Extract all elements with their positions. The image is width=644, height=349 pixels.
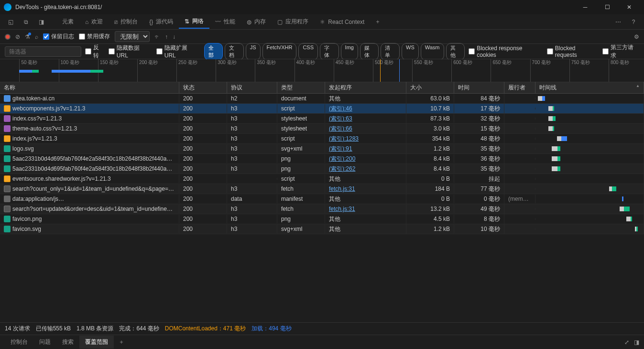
- clear-button[interactable]: ⊘: [15, 33, 20, 40]
- col-timeline[interactable]: 时间线: [535, 82, 644, 94]
- drawer-tab-0[interactable]: 控制台: [5, 336, 33, 349]
- drawer-tab-1[interactable]: 问题: [33, 336, 56, 349]
- timeline-overview[interactable]: 50 毫秒100 毫秒150 毫秒200 毫秒250 毫秒300 毫秒350 毫…: [0, 59, 644, 82]
- initiator-link[interactable]: fetch.js:31: [329, 206, 355, 212]
- more-icon[interactable]: ⋯: [612, 16, 624, 28]
- request-row[interactable]: gitea.token-ai.cn200h2document其他63.0 kB8…: [0, 94, 644, 104]
- tab-7[interactable]: ▢应用程序: [272, 15, 314, 29]
- col-status[interactable]: 状态: [179, 82, 227, 94]
- tab-1[interactable]: ⌂欢迎: [79, 15, 109, 29]
- type-pill-清单[interactable]: 清单: [381, 43, 400, 60]
- request-row[interactable]: logo.svg200h3svg+xml(索引):911.2 kB35 毫秒: [0, 144, 644, 154]
- request-row[interactable]: webcomponents.js?v=1.21.3200h3script(索引)…: [0, 104, 644, 114]
- disable-cache-checkbox[interactable]: 禁用缓存: [79, 33, 110, 41]
- third-party-checkbox[interactable]: 第三方请求: [602, 44, 639, 60]
- col-time[interactable]: 时间: [454, 82, 504, 94]
- search-icon[interactable]: ⌕: [35, 33, 38, 40]
- initiator-link[interactable]: (索引):91: [329, 145, 352, 152]
- request-row[interactable]: search?sort=updated&order=desc&uid=1&tea…: [0, 204, 644, 214]
- help-icon[interactable]: ?: [628, 16, 639, 28]
- download-icon[interactable]: ↓: [173, 33, 175, 40]
- type-pill-文档[interactable]: 文档: [225, 43, 244, 60]
- device-icon[interactable]: ⧉: [20, 16, 32, 28]
- dock-icon[interactable]: ◨: [35, 16, 47, 28]
- minimize-button[interactable]: ─: [574, 0, 596, 14]
- request-row[interactable]: 5aac2331b0d4d695fab760f4e2a584f30c18b264…: [0, 154, 644, 164]
- sb-resources: 1.8 MB 条资源: [76, 325, 113, 333]
- sb-dcl: DOMContentLoaded：471 毫秒: [165, 325, 246, 333]
- record-button[interactable]: [5, 34, 11, 40]
- drawer-tab-2[interactable]: 搜索: [56, 336, 79, 349]
- type-pill-媒体[interactable]: 媒体: [360, 43, 379, 60]
- type-pill-全部[interactable]: 全部: [204, 43, 223, 60]
- col-type[interactable]: 类型: [277, 82, 325, 94]
- type-pill-WS[interactable]: WS: [402, 43, 419, 60]
- tab-0[interactable]: 元素: [54, 15, 79, 29]
- col-size[interactable]: 大小: [406, 82, 454, 94]
- request-row[interactable]: theme-auto.css?v=1.21.3200h3stylesheet(索…: [0, 124, 644, 134]
- add-tab-button[interactable]: ＋: [372, 16, 383, 28]
- tab-icon: ⚛: [320, 19, 325, 25]
- hide-ext-url-checkbox[interactable]: 隐藏扩展 URL: [156, 44, 200, 59]
- initiator-link[interactable]: fetch.js:31: [329, 185, 355, 192]
- preserve-log-checkbox[interactable]: 保留日志: [43, 33, 74, 41]
- request-row[interactable]: search?count_only=1&uid=1&team_id=undefi…: [0, 184, 644, 194]
- throttle-select[interactable]: 无限制: [115, 31, 150, 42]
- drawer-expand-icon[interactable]: ⤢: [624, 339, 629, 346]
- request-row[interactable]: 5aac2331b0d4d695fab760f4e2a584f30c18b264…: [0, 164, 644, 174]
- edge-icon: [4, 3, 11, 11]
- col-initiator[interactable]: 发起程序: [325, 82, 406, 94]
- tab-8[interactable]: ⚛React Context: [314, 15, 370, 29]
- request-row[interactable]: data:application/js…200datamanifest其他0 B…: [0, 194, 644, 204]
- col-protocol[interactable]: 协议: [227, 82, 277, 94]
- request-row[interactable]: favicon.svg200h3svg+xml其他1.2 kB10 毫秒: [0, 224, 644, 234]
- request-row[interactable]: index.css?v=1.21.3200h3stylesheet(索引):63…: [0, 114, 644, 124]
- invert-checkbox[interactable]: 反转: [85, 44, 105, 60]
- sb-load: 加载：494 毫秒: [251, 325, 291, 333]
- col-name[interactable]: 名称: [0, 82, 179, 94]
- type-pill-CSS[interactable]: CSS: [298, 43, 318, 60]
- window-title: DevTools - gitea.token-ai.cn:8081/: [15, 4, 102, 11]
- type-pill-JS[interactable]: JS: [246, 43, 261, 60]
- tab-icon: ⎚: [114, 19, 118, 25]
- initiator-link[interactable]: (索引):200: [329, 155, 355, 162]
- type-pill-字体[interactable]: 字体: [320, 43, 339, 60]
- blocked-requests-checkbox[interactable]: Blocked requests: [547, 45, 599, 58]
- col-fulfilled[interactable]: 履行者: [504, 82, 535, 94]
- type-pill-Img[interactable]: Img: [341, 43, 358, 60]
- hide-data-url-checkbox[interactable]: 隐藏数据 URL: [109, 44, 153, 59]
- wifi-icon[interactable]: ᯤ: [154, 33, 160, 40]
- request-row[interactable]: eventsource.sharedworker.js?v=1.21.3200s…: [0, 174, 644, 184]
- initiator-link[interactable]: (索引):63: [329, 115, 352, 122]
- tab-icon: ⌂: [85, 19, 88, 25]
- tab-icon: {}: [149, 19, 153, 25]
- type-pill-其他[interactable]: 其他: [446, 43, 465, 60]
- close-button[interactable]: ✕: [618, 0, 640, 14]
- tab-6[interactable]: ◍内存: [241, 15, 272, 29]
- tab-3[interactable]: {}源代码: [143, 15, 179, 29]
- tab-5[interactable]: 〰性能: [209, 15, 241, 29]
- type-pill-Wasm[interactable]: Wasm: [421, 43, 444, 60]
- filter-toggle-icon[interactable]: ⚗: [25, 33, 30, 40]
- initiator-link[interactable]: (索引):262: [329, 165, 355, 172]
- initiator-link[interactable]: (索引):66: [329, 125, 352, 132]
- request-row[interactable]: index.js?v=1.21.3200h3script(索引):1283354…: [0, 134, 644, 144]
- tab-2[interactable]: ⎚控制台: [109, 15, 143, 29]
- initiator-link[interactable]: (索引):46: [329, 105, 352, 112]
- settings-icon[interactable]: ⚙: [634, 33, 639, 40]
- filter-input[interactable]: [5, 46, 81, 57]
- blocked-cookies-checkbox[interactable]: Blocked response cookies: [469, 45, 543, 58]
- maximize-button[interactable]: ☐: [596, 0, 618, 14]
- grid-header: 名称 状态 协议 类型 发起程序 大小 时间 履行者 时间线: [0, 82, 644, 94]
- file-icon: [4, 135, 11, 142]
- drawer-add-icon[interactable]: ＋: [116, 337, 127, 348]
- tab-4[interactable]: ⇅网络: [179, 15, 209, 29]
- initiator-link[interactable]: (索引):1283: [329, 135, 359, 142]
- upload-icon[interactable]: ↑: [165, 33, 168, 40]
- drawer-dock-icon[interactable]: ◨: [634, 339, 639, 346]
- drawer-tab-3[interactable]: 覆盖范围: [79, 336, 114, 349]
- inspect-icon[interactable]: ◱: [5, 16, 16, 28]
- type-pill-Fetch/XHR[interactable]: Fetch/XHR: [262, 43, 297, 60]
- request-row[interactable]: favicon.png200h3png其他4.5 kB8 毫秒: [0, 214, 644, 224]
- status-bar: 14 次请求 已传输555 kB 1.8 MB 条资源 完成：644 毫秒 DO…: [0, 322, 644, 335]
